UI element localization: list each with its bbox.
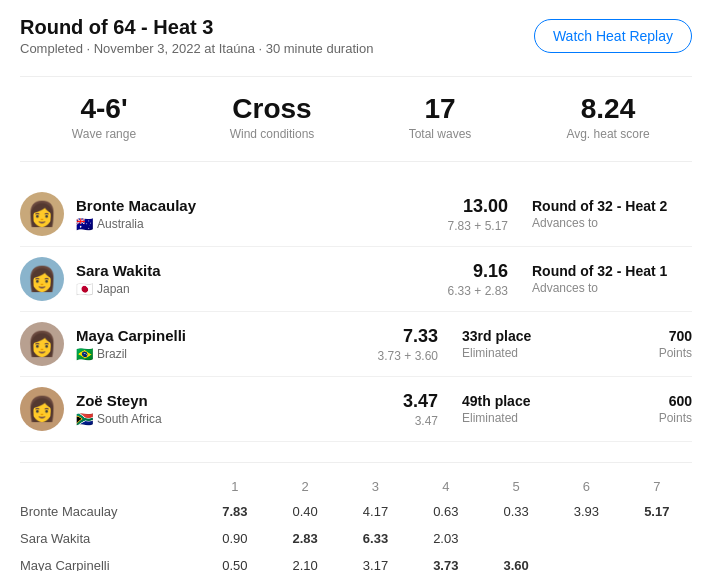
wave-score-cell: 3.17 [340,552,410,571]
points-block: 700 Points [622,328,692,360]
wave-score-cell: 3.93 [551,498,621,525]
wave-col-2: 2 [270,475,340,498]
athlete-score-block: 9.16 6.33 + 2.83 [448,261,508,298]
country-flag: 🇦🇺 [76,216,93,232]
result-heat: Round of 32 - Heat 2 [532,198,692,214]
wave-table-body: Bronte Macaulay7.830.404.170.630.333.935… [20,498,692,571]
page-container: Round of 64 - Heat 3 Completed · Novembe… [0,0,712,571]
divider [20,462,692,463]
wave-score-cell: 0.33 [481,498,551,525]
athlete-row: 👩 Maya Carpinelli 🇧🇷 Brazil 7.33 3.73 + … [20,312,692,377]
athlete-row: 👩 Bronte Macaulay 🇦🇺 Australia 13.00 7.8… [20,182,692,247]
wave-row-2: Maya Carpinelli0.502.103.173.733.60 [20,552,692,571]
country-name: South Africa [97,412,162,426]
athlete-score-block: 13.00 7.83 + 5.17 [448,196,508,233]
wave-score-cell: 5.17 [622,498,692,525]
wave-athlete-name: Sara Wakita [20,525,200,552]
stat-value-2: 17 [356,93,524,125]
stat-label-0: Wave range [20,127,188,141]
wave-col-5: 5 [481,475,551,498]
watch-replay-button[interactable]: Watch Heat Replay [534,19,692,53]
athlete-country: 🇧🇷 Brazil [76,346,378,362]
athlete-name: Maya Carpinelli [76,327,378,344]
points-label: Points [622,411,692,425]
header: Round of 64 - Heat 3 Completed · Novembe… [20,16,692,56]
wave-score-cell: 0.50 [200,552,270,571]
athlete-country: 🇦🇺 Australia [76,216,448,232]
result-right: 33rd place Eliminated 700 Points [462,328,692,360]
avatar: 👩 [20,322,64,366]
wave-scores-table: 1234567 Bronte Macaulay7.830.404.170.630… [20,475,692,571]
wave-col-3: 3 [340,475,410,498]
avatar: 👩 [20,387,64,431]
athlete-score-block: 3.47 3.47 [403,391,438,428]
page-title: Round of 64 - Heat 3 [20,16,373,39]
wave-score-cell: 0.90 [200,525,270,552]
athlete-info: Bronte Macaulay 🇦🇺 Australia [76,197,448,232]
stat-label-1: Wind conditions [188,127,356,141]
wave-score-cell [551,552,621,571]
wave-score-cell [622,552,692,571]
result-heat: 49th place [462,393,622,409]
athlete-info: Zoë Steyn 🇿🇦 South Africa [76,392,403,427]
athlete-name: Zoë Steyn [76,392,403,409]
wave-score-cell [622,525,692,552]
athlete-score-block: 7.33 3.73 + 3.60 [378,326,438,363]
wave-score-cell: 4.17 [340,498,410,525]
athlete-country: 🇯🇵 Japan [76,281,448,297]
wave-score-cell: 3.60 [481,552,551,571]
country-name: Brazil [97,347,127,361]
wave-athlete-name: Maya Carpinelli [20,552,200,571]
result-status: Eliminated [462,411,622,425]
wave-score-cell: 0.40 [270,498,340,525]
wave-score-cell [481,525,551,552]
avatar: 👩 [20,192,64,236]
total-score: 7.33 [378,326,438,347]
stat-value-3: 8.24 [524,93,692,125]
result-status: Eliminated [462,346,622,360]
total-score: 9.16 [448,261,508,282]
stat-value-0: 4-6' [20,93,188,125]
header-left: Round of 64 - Heat 3 Completed · Novembe… [20,16,373,56]
result-right: Round of 32 - Heat 1 Advances to [532,263,692,295]
wave-score-cell [551,525,621,552]
stats-row: 4-6' Wave rangeCross Wind conditions17 T… [20,76,692,162]
wave-score-cell: 3.73 [411,552,481,571]
result-status: Advances to [532,216,692,230]
result-block: 49th place Eliminated [462,393,622,425]
athlete-row: 👩 Zoë Steyn 🇿🇦 South Africa 3.47 3.47 49… [20,377,692,442]
points-value: 700 [642,328,692,344]
result-right: Round of 32 - Heat 2 Advances to [532,198,692,230]
result-heat: Round of 32 - Heat 1 [532,263,692,279]
wave-col-athlete [20,475,200,498]
country-name: Australia [97,217,144,231]
total-score: 3.47 [403,391,438,412]
country-flag: 🇯🇵 [76,281,93,297]
stat-item-1: Cross Wind conditions [188,93,356,141]
result-status: Advances to [532,281,692,295]
result-heat: 33rd place [462,328,622,344]
stat-value-1: Cross [188,93,356,125]
wave-athlete-name: Bronte Macaulay [20,498,200,525]
points-block: 600 Points [622,393,692,425]
wave-col-6: 6 [551,475,621,498]
wave-score-breakdown: 3.47 [403,414,438,428]
result-block: Round of 32 - Heat 2 Advances to [532,198,692,230]
points-value: 600 [642,393,692,409]
athlete-name: Bronte Macaulay [76,197,448,214]
result-block: 33rd place Eliminated [462,328,622,360]
total-score: 13.00 [448,196,508,217]
wave-score-breakdown: 7.83 + 5.17 [448,219,508,233]
stat-label-2: Total waves [356,127,524,141]
stat-item-2: 17 Total waves [356,93,524,141]
wave-row-0: Bronte Macaulay7.830.404.170.630.333.935… [20,498,692,525]
avatar: 👩 [20,257,64,301]
wave-col-7: 7 [622,475,692,498]
stat-label-3: Avg. heat score [524,127,692,141]
stat-item-0: 4-6' Wave range [20,93,188,141]
stat-item-3: 8.24 Avg. heat score [524,93,692,141]
athlete-country: 🇿🇦 South Africa [76,411,403,427]
wave-table-header: 1234567 [20,475,692,498]
wave-score-breakdown: 6.33 + 2.83 [448,284,508,298]
wave-score-cell: 2.03 [411,525,481,552]
